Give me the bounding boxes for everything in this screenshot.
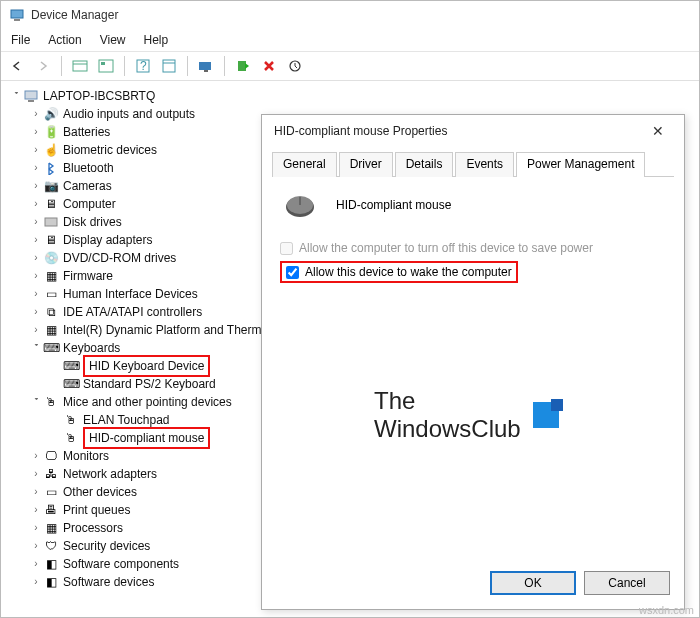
enable-button[interactable] [231, 55, 255, 77]
root-node[interactable]: 🢓 LAPTOP-IBCSBRTQ [9, 87, 699, 105]
chevron-right-icon[interactable]: › [29, 177, 43, 195]
keyboard-icon: ⌨ [63, 376, 79, 392]
chevron-right-icon[interactable]: › [29, 267, 43, 285]
chevron-right-icon[interactable]: › [29, 141, 43, 159]
chevron-right-icon[interactable]: › [29, 447, 43, 465]
properties-button[interactable] [157, 55, 181, 77]
tree-label: Processors [63, 519, 123, 537]
update-driver-button[interactable] [283, 55, 307, 77]
svg-rect-0 [11, 10, 23, 18]
chevron-right-icon[interactable]: › [29, 213, 43, 231]
chevron-right-icon[interactable]: › [29, 573, 43, 591]
tree-label: IDE ATA/ATAPI controllers [63, 303, 202, 321]
mouse-icon: 🖱 [63, 412, 79, 428]
chevron-right-icon[interactable]: › [29, 483, 43, 501]
checkbox-allow-wake[interactable] [286, 266, 299, 279]
shield-icon: 🛡 [43, 538, 59, 554]
forward-button[interactable] [31, 55, 55, 77]
chevron-right-icon[interactable]: › [29, 537, 43, 555]
menu-help[interactable]: Help [144, 33, 169, 47]
tree-label: Other devices [63, 483, 137, 501]
battery-icon: 🔋 [43, 124, 59, 140]
tree-label: Cameras [63, 177, 112, 195]
ide-icon: ⧉ [43, 304, 59, 320]
bluetooth-icon [43, 160, 59, 176]
chevron-right-icon[interactable]: › [29, 195, 43, 213]
tab-strip: General Driver Details Events Power Mana… [272, 151, 674, 177]
brand-watermark: The WindowsClub [374, 387, 614, 443]
svg-rect-15 [28, 100, 34, 102]
mouse-icon [280, 191, 320, 219]
show-hidden-button[interactable] [68, 55, 92, 77]
audio-icon: 🔊 [43, 106, 59, 122]
tree-label: Audio inputs and outputs [63, 105, 195, 123]
separator [187, 56, 188, 76]
monitor-icon: 🖵 [43, 448, 59, 464]
svg-rect-8 [163, 60, 175, 72]
close-button[interactable]: ✕ [644, 123, 672, 139]
chevron-right-icon[interactable]: › [29, 123, 43, 141]
computer-icon: 🖥 [43, 196, 59, 212]
chevron-right-icon[interactable]: › [29, 501, 43, 519]
title-bar: Device Manager [1, 1, 699, 29]
tree-label: Bluetooth [63, 159, 114, 177]
svg-rect-1 [14, 19, 20, 21]
device-header: HID-compliant mouse [280, 191, 666, 219]
back-button[interactable] [5, 55, 29, 77]
menu-file[interactable]: File [11, 33, 30, 47]
tree-label: Software components [63, 555, 179, 573]
tab-power-management[interactable]: Power Management [516, 152, 645, 177]
option-allow-turnoff: Allow the computer to turn off this devi… [280, 241, 666, 255]
chevron-right-icon[interactable]: › [29, 519, 43, 537]
svg-rect-4 [99, 60, 113, 72]
keyboard-icon: ⌨ [43, 340, 59, 356]
chevron-right-icon[interactable]: › [29, 285, 43, 303]
chevron-right-icon[interactable]: › [29, 249, 43, 267]
option-allow-wake[interactable]: Allow this device to wake the computer [286, 265, 512, 279]
chevron-down-icon[interactable]: 🢓 [29, 393, 43, 411]
app-icon [9, 7, 25, 23]
highlight-box: Allow this device to wake the computer [280, 261, 518, 283]
scan-button[interactable] [194, 55, 218, 77]
separator [224, 56, 225, 76]
ok-button[interactable]: OK [490, 571, 576, 595]
svg-rect-11 [204, 70, 208, 72]
tree-label: Disk drives [63, 213, 122, 231]
view-button[interactable] [94, 55, 118, 77]
camera-icon: 📷 [43, 178, 59, 194]
other-icon: ▭ [43, 484, 59, 500]
tab-events[interactable]: Events [455, 152, 514, 177]
properties-dialog: HID-compliant mouse Properties ✕ General… [261, 114, 685, 610]
chip-icon: ▦ [43, 322, 59, 338]
chevron-down-icon[interactable]: 🢓 [29, 339, 43, 357]
svg-rect-10 [199, 62, 211, 70]
tree-label: HID Keyboard Device [83, 355, 210, 377]
device-name: HID-compliant mouse [336, 198, 451, 212]
chevron-right-icon[interactable]: › [29, 321, 43, 339]
menu-view[interactable]: View [100, 33, 126, 47]
tree-label: HID-compliant mouse [83, 427, 210, 449]
chevron-down-icon[interactable]: 🢓 [9, 87, 23, 105]
display-icon: 🖥 [43, 232, 59, 248]
dialog-body: HID-compliant mouse Allow the computer t… [262, 177, 684, 297]
help-button[interactable]: ? [131, 55, 155, 77]
chevron-right-icon[interactable]: › [29, 555, 43, 573]
tree-label: Firmware [63, 267, 113, 285]
chevron-right-icon[interactable]: › [29, 231, 43, 249]
chevron-right-icon[interactable]: › [29, 465, 43, 483]
cancel-button[interactable]: Cancel [584, 571, 670, 595]
uninstall-button[interactable] [257, 55, 281, 77]
menu-action[interactable]: Action [48, 33, 81, 47]
tree-label: Batteries [63, 123, 110, 141]
window-title: Device Manager [31, 8, 118, 22]
chevron-right-icon[interactable]: › [29, 105, 43, 123]
tab-driver[interactable]: Driver [339, 152, 393, 177]
disk-icon [43, 214, 59, 230]
software-icon: ◧ [43, 556, 59, 572]
watermark-text: wsxdn.com [639, 604, 694, 616]
firmware-icon: ▦ [43, 268, 59, 284]
chevron-right-icon[interactable]: › [29, 159, 43, 177]
chevron-right-icon[interactable]: › [29, 303, 43, 321]
tab-general[interactable]: General [272, 152, 337, 177]
tab-details[interactable]: Details [395, 152, 454, 177]
